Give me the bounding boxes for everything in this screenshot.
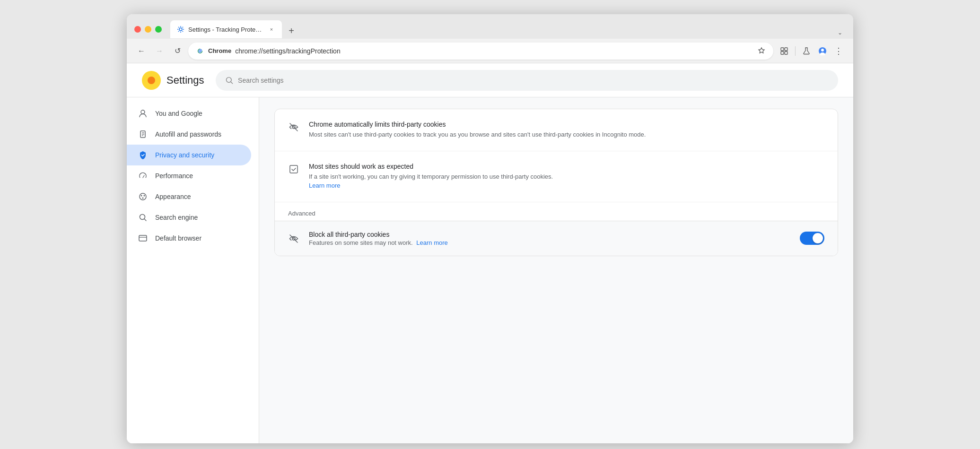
svg-line-27 (144, 219, 146, 221)
svg-point-13 (148, 77, 155, 84)
svg-point-3 (199, 50, 201, 52)
minimize-button[interactable] (145, 26, 151, 33)
labs-button[interactable] (799, 44, 814, 58)
toolbar: ← → ↺ Chrome chrome://settings/trackingP… (127, 39, 853, 63)
chrome-icon (196, 47, 204, 55)
auto-limits-title: Chrome automatically limits third-party … (309, 121, 824, 128)
auto-limits-item: Chrome automatically limits third-party … (275, 109, 838, 151)
svg-point-22 (140, 193, 146, 200)
learn-more-link-2[interactable]: Learn more (416, 239, 447, 246)
sites-work-item: Most sites should work as expected If a … (275, 151, 838, 202)
tab-dropdown-button[interactable]: ⌄ (834, 27, 846, 38)
tab-close-btn[interactable]: × (268, 26, 275, 33)
sidebar-item-search-engine[interactable]: Search engine (127, 207, 251, 228)
profile-button[interactable] (815, 44, 830, 58)
sidebar-label-you-and-google: You and Google (155, 110, 202, 117)
tab-settings-icon (177, 26, 184, 33)
advanced-label: Advanced (275, 202, 838, 221)
svg-rect-6 (781, 52, 784, 54)
extensions-button[interactable] (777, 44, 791, 58)
checkbox-icon (288, 164, 299, 175)
title-bar: Settings - Tracking Protection × + ⌄ (127, 14, 853, 39)
forward-button[interactable]: → (152, 44, 166, 58)
svg-rect-31 (290, 165, 298, 173)
sidebar-label-autofill: Autofill and passwords (155, 130, 221, 138)
sidebar-label-default-browser: Default browser (155, 234, 201, 242)
toolbar-divider (795, 46, 796, 56)
labs-icon (802, 47, 811, 55)
search-icon (225, 76, 234, 85)
svg-line-15 (230, 81, 232, 83)
address-bar-brand: Chrome (208, 47, 231, 54)
tracking-protection-card: Chrome automatically limits third-party … (274, 109, 838, 256)
block-all-toggle[interactable] (800, 232, 824, 245)
avatar-icon (818, 47, 827, 55)
sidebar: You and Google Autofill and passwords (127, 97, 259, 443)
close-button[interactable] (134, 26, 141, 33)
main-content: Chrome automatically limits third-party … (259, 97, 853, 443)
palette-icon (138, 192, 148, 201)
svg-point-0 (179, 28, 182, 31)
settings-body: You and Google Autofill and passwords (127, 97, 853, 443)
sidebar-label-search: Search engine (155, 214, 198, 221)
svg-line-21 (143, 175, 144, 178)
sidebar-item-performance[interactable]: Performance (127, 165, 251, 186)
auto-limits-text: Chrome automatically limits third-party … (309, 121, 824, 139)
back-button[interactable]: ← (134, 44, 149, 58)
svg-rect-5 (785, 48, 788, 51)
new-tab-button[interactable]: + (284, 23, 299, 38)
sidebar-item-privacy[interactable]: Privacy and security (127, 145, 251, 165)
tab-title: Settings - Tracking Protection (188, 26, 264, 33)
sites-work-desc: If a site isn't working, you can try giv… (309, 172, 824, 190)
clipboard-icon (138, 130, 148, 139)
auto-limits-desc: Most sites can't use third-party cookies… (309, 130, 824, 139)
sidebar-item-you-and-google[interactable]: You and Google (127, 103, 251, 124)
settings-search-bar[interactable] (216, 70, 839, 91)
address-bar-url: chrome://settings/trackingProtection (235, 47, 753, 55)
bookmark-icon[interactable] (757, 47, 766, 55)
settings-logo: Settings (142, 71, 204, 90)
search-input[interactable] (238, 77, 829, 84)
svg-rect-7 (785, 52, 788, 54)
browser-icon (138, 233, 148, 243)
svg-point-25 (142, 198, 144, 199)
menu-button[interactable]: ⋮ (831, 44, 846, 58)
sidebar-label-appearance: Appearance (155, 193, 191, 200)
svg-point-16 (141, 110, 145, 114)
settings-title: Settings (166, 74, 204, 86)
reload-button[interactable]: ↺ (170, 44, 184, 58)
block-all-desc: Features on some sites may not work. Lea… (309, 239, 790, 246)
extensions-icon (780, 47, 788, 55)
address-bar[interactable]: Chrome chrome://settings/trackingProtect… (188, 43, 773, 60)
active-tab[interactable]: Settings - Tracking Protection × (170, 20, 282, 38)
eye-off-icon-1 (288, 121, 299, 133)
sidebar-item-autofill[interactable]: Autofill and passwords (127, 124, 251, 145)
svg-point-23 (141, 195, 142, 197)
block-all-item: Block all third-party cookies Features o… (275, 221, 838, 256)
learn-more-link-1[interactable]: Learn more (309, 182, 340, 189)
eye-off-icon-2 (288, 233, 299, 244)
settings-logo-icon (142, 71, 161, 90)
sites-work-title: Most sites should work as expected (309, 163, 824, 170)
search-sidebar-icon (138, 213, 148, 222)
shield-icon (138, 150, 148, 160)
sidebar-label-performance: Performance (155, 172, 193, 180)
block-all-title: Block all third-party cookies (309, 231, 790, 238)
sidebar-label-privacy: Privacy and security (155, 151, 214, 159)
sites-work-text: Most sites should work as expected If a … (309, 163, 824, 190)
tab-bar: Settings - Tracking Protection × + ⌄ (170, 20, 846, 38)
settings-header: Settings (127, 63, 853, 97)
gauge-icon (138, 171, 148, 181)
svg-rect-4 (781, 48, 784, 51)
sidebar-item-default-browser[interactable]: Default browser (127, 228, 251, 249)
svg-point-10 (821, 49, 824, 52)
toolbar-right: ⋮ (777, 44, 846, 58)
browser-window: Settings - Tracking Protection × + ⌄ ← →… (127, 14, 853, 443)
svg-point-24 (144, 195, 145, 197)
svg-rect-28 (139, 235, 147, 241)
maximize-button[interactable] (155, 26, 162, 33)
window-controls (134, 26, 162, 33)
sidebar-item-appearance[interactable]: Appearance (127, 186, 251, 207)
block-all-text: Block all third-party cookies Features o… (309, 231, 790, 246)
person-icon (138, 109, 148, 118)
